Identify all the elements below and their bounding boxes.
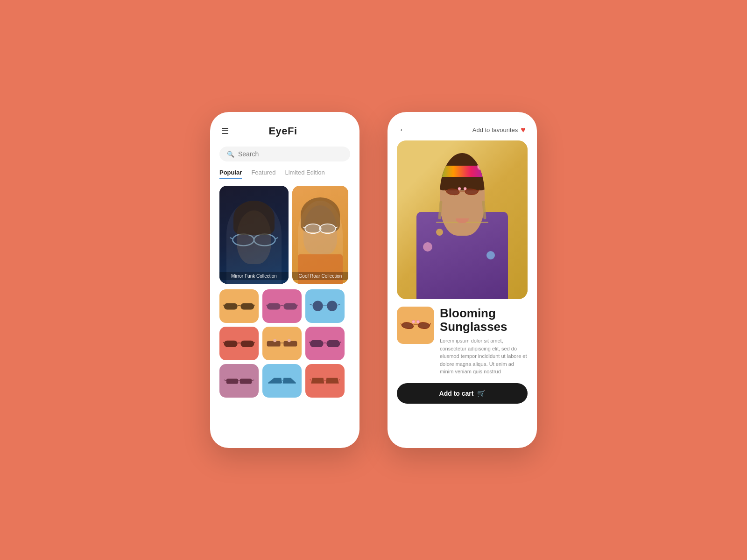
svg-point-58 bbox=[412, 320, 415, 323]
svg-line-3 bbox=[230, 237, 233, 238]
svg-rect-11 bbox=[240, 303, 254, 310]
svg-point-54 bbox=[464, 187, 466, 190]
featured-cards-row: Mirror Funk Collection bbox=[210, 186, 359, 284]
svg-marker-49 bbox=[326, 378, 339, 384]
svg-line-43 bbox=[224, 380, 226, 381]
svg-point-32 bbox=[273, 339, 276, 343]
heart-icon[interactable]: ♥ bbox=[521, 125, 526, 135]
svg-rect-41 bbox=[240, 379, 252, 384]
svg-rect-15 bbox=[267, 303, 281, 310]
svg-rect-16 bbox=[283, 303, 297, 310]
add-to-cart-button[interactable]: Add to cart 🛒 bbox=[397, 383, 528, 404]
product-name: BloomingSunglasses bbox=[440, 307, 528, 333]
phone-browse: ☰ EyeFi 🔍 Popular Featured Limited Editi… bbox=[210, 112, 359, 448]
product-description: Lorem ipsum dolor sit amet, consectetur … bbox=[440, 337, 528, 376]
svg-line-14 bbox=[254, 305, 255, 306]
tab-featured[interactable]: Featured bbox=[251, 169, 275, 179]
svg-line-23 bbox=[310, 305, 313, 306]
app-logo: EyeFi bbox=[268, 125, 297, 137]
sunglass-card-4[interactable] bbox=[219, 327, 259, 360]
sunglass-card-3[interactable] bbox=[305, 289, 345, 323]
svg-line-61 bbox=[401, 323, 402, 325]
svg-point-21 bbox=[327, 301, 337, 311]
grid-row-2 bbox=[219, 327, 350, 360]
cart-icon: 🛒 bbox=[477, 390, 485, 397]
sunglass-card-9[interactable] bbox=[305, 364, 345, 398]
favourites-area: Add to favourites ♥ bbox=[472, 125, 526, 135]
svg-marker-46 bbox=[283, 378, 296, 384]
search-bar[interactable]: 🔍 bbox=[219, 147, 350, 161]
sunglass-card-2[interactable] bbox=[262, 289, 302, 323]
svg-point-6 bbox=[319, 224, 335, 233]
product-image-container bbox=[397, 140, 528, 299]
svg-line-38 bbox=[309, 342, 310, 343]
phones-container: ☰ EyeFi 🔍 Popular Featured Limited Editi… bbox=[210, 112, 537, 448]
svg-rect-25 bbox=[224, 341, 238, 347]
sunglasses-grid bbox=[210, 289, 359, 398]
svg-line-56 bbox=[444, 190, 446, 191]
featured-card-2[interactable]: Goof Roar Collection bbox=[292, 186, 348, 284]
svg-rect-30 bbox=[267, 341, 281, 347]
svg-rect-40 bbox=[226, 379, 239, 384]
favourites-label: Add to favourites bbox=[472, 126, 518, 133]
svg-point-5 bbox=[305, 224, 321, 233]
category-tabs: Popular Featured Limited Edition bbox=[210, 169, 359, 179]
svg-line-28 bbox=[223, 342, 224, 343]
product-info-row: BloomingSunglasses Lorem ipsum dolor sit… bbox=[388, 299, 537, 376]
svg-point-20 bbox=[313, 301, 323, 311]
svg-line-4 bbox=[275, 237, 278, 238]
svg-rect-36 bbox=[326, 340, 340, 347]
svg-rect-31 bbox=[283, 341, 297, 347]
search-input[interactable] bbox=[238, 150, 343, 158]
svg-line-52 bbox=[339, 379, 340, 380]
svg-marker-48 bbox=[311, 378, 324, 384]
svg-line-8 bbox=[303, 227, 305, 228]
svg-point-33 bbox=[288, 339, 291, 343]
menu-icon[interactable]: ☰ bbox=[221, 127, 229, 135]
svg-line-57 bbox=[478, 190, 480, 191]
back-button[interactable]: ← bbox=[399, 125, 407, 135]
sunglass-card-6[interactable] bbox=[305, 327, 345, 360]
svg-line-9 bbox=[336, 227, 338, 228]
sunglass-card-7[interactable] bbox=[219, 364, 259, 398]
svg-line-24 bbox=[337, 305, 340, 306]
sunglass-card-5[interactable] bbox=[262, 327, 302, 360]
card1-label: Mirror Funk Collection bbox=[219, 272, 289, 280]
tab-limited-edition[interactable]: Limited Edition bbox=[285, 169, 324, 179]
add-to-cart-label: Add to cart bbox=[439, 390, 474, 397]
svg-line-51 bbox=[310, 379, 311, 380]
svg-line-18 bbox=[266, 305, 267, 306]
svg-point-53 bbox=[458, 187, 461, 190]
featured-card-1[interactable]: Mirror Funk Collection bbox=[219, 186, 289, 284]
svg-line-19 bbox=[297, 305, 298, 306]
svg-line-39 bbox=[340, 342, 341, 343]
product-hero-bg bbox=[397, 140, 528, 299]
grid-row-3 bbox=[219, 364, 350, 398]
sunglass-card-1[interactable] bbox=[219, 289, 259, 323]
svg-line-44 bbox=[252, 380, 254, 381]
svg-rect-10 bbox=[224, 303, 238, 310]
product-small-preview[interactable] bbox=[397, 307, 434, 344]
card2-label: Goof Roar Collection bbox=[292, 272, 348, 280]
svg-line-62 bbox=[430, 323, 430, 325]
svg-point-59 bbox=[416, 320, 420, 323]
svg-line-13 bbox=[223, 305, 224, 306]
svg-rect-35 bbox=[310, 340, 324, 347]
search-icon: 🔍 bbox=[227, 151, 234, 158]
svg-marker-45 bbox=[268, 378, 282, 384]
svg-line-29 bbox=[254, 342, 255, 343]
phone-product: ← Add to favourites ♥ bbox=[388, 112, 537, 448]
sunglass-card-8[interactable] bbox=[262, 364, 302, 398]
grid-row-1 bbox=[219, 289, 350, 323]
tab-popular[interactable]: Popular bbox=[219, 169, 242, 179]
svg-rect-26 bbox=[240, 341, 254, 347]
product-text-info: BloomingSunglasses Lorem ipsum dolor sit… bbox=[440, 307, 528, 376]
phone1-header: ☰ EyeFi bbox=[210, 112, 359, 143]
phone2-header: ← Add to favourites ♥ bbox=[388, 112, 537, 140]
